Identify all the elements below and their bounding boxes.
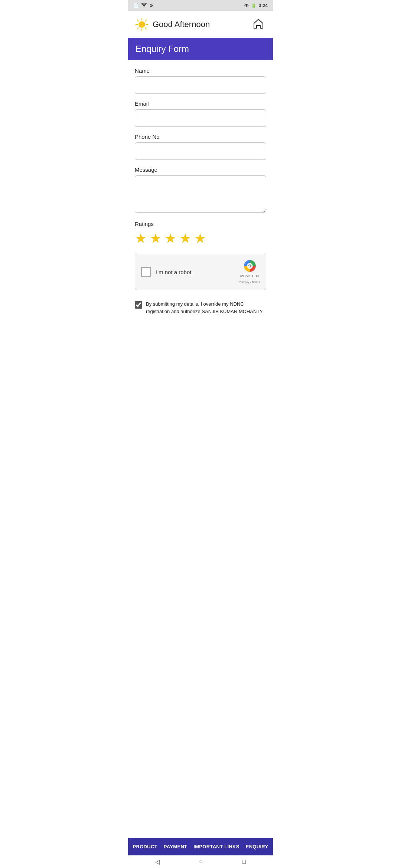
- svg-point-0: [144, 6, 144, 7]
- svg-line-8: [145, 20, 147, 21]
- usb-icon: ⚙: [149, 3, 153, 8]
- name-group: Name: [135, 68, 266, 94]
- recaptcha-logo: [243, 259, 257, 273]
- recaptcha-links: Privacy - Terms: [239, 280, 260, 284]
- phone-input[interactable]: [135, 142, 266, 160]
- wifi-icon: [141, 2, 147, 9]
- file-icon: 📄: [133, 3, 139, 8]
- status-left: 📄 ⚙: [133, 2, 153, 9]
- consent-text: By submitting my details, I override my …: [146, 300, 266, 315]
- email-input[interactable]: [135, 109, 266, 127]
- consent-checkbox[interactable]: [135, 301, 142, 309]
- form-banner-title: Enquiry Form: [136, 44, 189, 54]
- email-group: Email: [135, 101, 266, 127]
- recaptcha-checkbox[interactable]: [141, 267, 151, 277]
- star-rating[interactable]: ★ ★ ★ ★ ★: [135, 231, 266, 246]
- star-1[interactable]: ★: [135, 231, 147, 246]
- recaptcha-label-text: reCAPTCHA: [239, 274, 260, 278]
- consent-row: By submitting my details, I override my …: [128, 297, 273, 345]
- header: Good Afternoon: [128, 11, 273, 38]
- svg-line-6: [137, 20, 138, 21]
- svg-point-1: [138, 21, 145, 28]
- recaptcha-right: reCAPTCHA Privacy - Terms: [239, 259, 260, 285]
- star-5[interactable]: ★: [194, 231, 206, 246]
- battery-icon: 🔋: [251, 3, 257, 8]
- form-area: Name Email Phone No Message Ratings ★ ★ …: [128, 60, 273, 290]
- message-label: Message: [135, 167, 266, 173]
- phone-label: Phone No: [135, 134, 266, 140]
- email-label: Email: [135, 101, 266, 107]
- name-label: Name: [135, 68, 266, 74]
- message-input[interactable]: [135, 175, 266, 213]
- home-icon: [252, 17, 265, 30]
- home-button[interactable]: [251, 16, 266, 33]
- status-right: 👁 🔋 3:24: [244, 3, 268, 8]
- form-banner: Enquiry Form: [128, 38, 273, 60]
- time-display: 3:24: [259, 3, 268, 8]
- message-group: Message: [135, 167, 266, 214]
- svg-line-7: [145, 27, 147, 29]
- star-3[interactable]: ★: [164, 231, 176, 246]
- eye-icon: 👁: [244, 3, 249, 8]
- star-2[interactable]: ★: [150, 231, 162, 246]
- recaptcha-box[interactable]: I'm not a robot reCAPTCHA Privacy - Term…: [135, 254, 266, 290]
- phone-group: Phone No: [135, 134, 266, 160]
- sun-icon: [135, 17, 149, 32]
- ratings-label: Ratings: [135, 221, 266, 227]
- greeting-text: Good Afternoon: [153, 20, 210, 29]
- recaptcha-left: I'm not a robot: [141, 267, 191, 277]
- status-bar: 📄 ⚙ 👁 🔋 3:24: [128, 0, 273, 11]
- ratings-group: Ratings ★ ★ ★ ★ ★: [135, 221, 266, 246]
- recaptcha-text: I'm not a robot: [156, 269, 191, 275]
- greeting-section: Good Afternoon: [135, 17, 210, 32]
- star-4[interactable]: ★: [179, 231, 191, 246]
- name-input[interactable]: [135, 76, 266, 94]
- svg-line-9: [137, 27, 138, 29]
